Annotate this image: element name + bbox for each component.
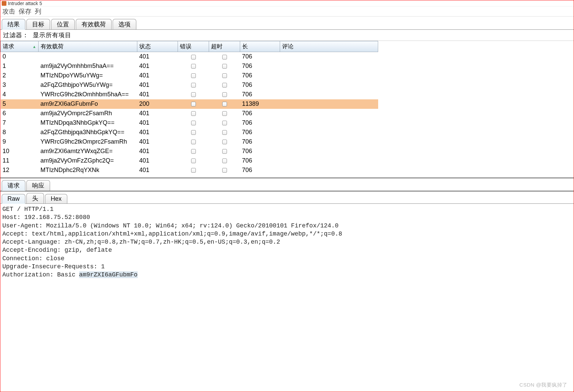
checkbox-icon [222,121,227,125]
cell-length: 706 [240,90,280,99]
menu-attack[interactable]: 攻击 [2,7,15,16]
table-header-row: 请求▲ 有效载荷 状态 错误 超时 长 评论 [1,41,378,52]
cell-comment [280,99,378,109]
table-row[interactable]: 1am9ja2VyOmhhbm5haA==401706 [1,62,378,71]
table-row[interactable]: 8a2FqZGthbjpqa3NhbGpkYQ==401706 [1,128,378,137]
cell-timeout [209,156,240,166]
checkbox-icon [191,168,196,173]
cell-payload: am9ja2VyOmhhbm5haA== [39,62,137,71]
tab-positions[interactable]: 位置 [51,19,75,29]
cell-error [178,99,209,109]
cell-error [178,90,209,99]
checkbox-icon [222,92,227,97]
tab-options[interactable]: 选项 [113,19,136,29]
cell-payload: am9ja2VyOmFzZGphc2Q= [39,156,137,166]
cell-status: 401 [137,62,178,71]
checkbox-icon [222,158,227,163]
cell-request: 2 [1,71,39,80]
cell-length: 706 [240,109,280,118]
checkbox-icon [222,102,227,106]
title-bar: Intruder attack 5 [0,0,574,6]
cell-length: 706 [240,166,280,175]
cell-request: 12 [1,166,39,175]
checkbox-icon [222,130,227,135]
col-error[interactable]: 错误 [178,41,209,52]
cell-status: 401 [137,80,178,90]
col-timeout[interactable]: 超时 [209,41,240,52]
cell-request: 1 [1,62,39,71]
table-row[interactable]: 6am9ja2VyOmprc2FsamRh401706 [1,109,378,118]
raw-request-viewer[interactable]: GET / HTTP/1.1 Host: 192.168.75.52:8080 … [0,204,574,392]
cell-status: 401 [137,156,178,166]
menu-columns[interactable]: 列 [35,7,41,16]
cell-comment [280,62,378,71]
checkbox-icon [191,158,196,163]
tab-results[interactable]: 结果 [2,19,25,30]
checkbox-icon [191,83,196,88]
cell-status: 401 [137,128,178,137]
tab-payloads[interactable]: 有效载荷 [76,19,112,29]
table-row[interactable]: 5am9rZXI6aGFubmFo20011389 [1,99,378,109]
tab-response[interactable]: 响应 [26,180,50,191]
cell-comment [280,118,378,128]
checkbox-icon [222,140,227,144]
raw-line: User-Agent: Mozilla/5.0 (Windows NT 10.0… [2,222,339,229]
cell-payload: a2FqZGthbjpoYW5uYWg= [39,80,137,90]
cell-payload: MTIzNDpoYW5uYWg= [39,71,137,80]
cell-length: 706 [240,62,280,71]
col-status[interactable]: 状态 [137,41,178,52]
window-title: Intruder attack 5 [8,1,42,6]
checkbox-icon [222,111,227,116]
filter-bar[interactable]: 过滤器： 显示所有项目 [0,30,574,41]
table-row[interactable]: 7MTIzNDpqa3NhbGpkYQ==401706 [1,118,378,128]
cell-status: 401 [137,90,178,99]
cell-length: 706 [240,118,280,128]
cell-error [178,62,209,71]
tab-headers[interactable]: 头 [26,193,44,203]
cell-length: 706 [240,147,280,156]
cell-error [178,80,209,90]
cell-timeout [209,62,240,71]
tab-request[interactable]: 请求 [2,180,25,191]
checkbox-icon [222,83,227,88]
tab-raw[interactable]: Raw [2,194,25,204]
table-row[interactable]: 3a2FqZGthbjpoYW5uYWg=401706 [1,80,378,90]
cell-status: 200 [137,99,178,109]
cell-length: 706 [240,137,280,147]
table-row[interactable]: 0401706 [1,52,378,62]
table-row[interactable]: 2MTIzNDpoYW5uYWg=401706 [1,71,378,80]
cell-comment [280,90,378,99]
results-table: 请求▲ 有效载荷 状态 错误 超时 长 评论 04017061am9ja2VyO… [0,41,378,175]
cell-timeout [209,99,240,109]
cell-status: 401 [137,71,178,80]
table-row[interactable]: 12MTIzNDphc2RqYXNk401706 [1,166,378,175]
cell-request: 10 [1,147,39,156]
table-row[interactable]: 10am9rZXI6amtzYWxqZGE=401706 [1,147,378,156]
tab-hex[interactable]: Hex [45,194,67,203]
raw-line-auth-prefix: Authorization: Basic [2,271,79,278]
col-length[interactable]: 长 [240,41,280,52]
cell-comment [280,137,378,147]
cell-error [178,118,209,128]
cell-status: 401 [137,52,178,62]
col-payload[interactable]: 有效载荷 [39,41,137,52]
cell-request: 0 [1,52,39,62]
checkbox-icon [222,168,227,173]
checkbox-icon [191,140,196,144]
checkbox-icon [191,73,196,78]
cell-payload: am9ja2VyOmprc2FsamRh [39,109,137,118]
cell-length: 706 [240,52,280,62]
table-row[interactable]: 4YWRrcG9hc2tkOmhhbm5haA==401706 [1,90,378,99]
cell-timeout [209,137,240,147]
cell-status: 401 [137,109,178,118]
col-request[interactable]: 请求▲ [1,41,39,52]
raw-payload-highlight: am9rZXI6aGFubmFo [79,271,138,278]
cell-payload: am9rZXI6amtzYWxqZGE= [39,147,137,156]
checkbox-icon [222,55,227,59]
table-row[interactable]: 11am9ja2VyOmFzZGphc2Q=401706 [1,156,378,166]
table-row[interactable]: 9YWRrcG9hc2tkOmprc2FsamRh401706 [1,137,378,147]
col-comment[interactable]: 评论 [280,41,378,52]
menu-save[interactable]: 保存 [19,7,31,16]
tab-target[interactable]: 目标 [26,19,50,29]
menu-bar: 攻击 保存 列 [0,6,574,17]
